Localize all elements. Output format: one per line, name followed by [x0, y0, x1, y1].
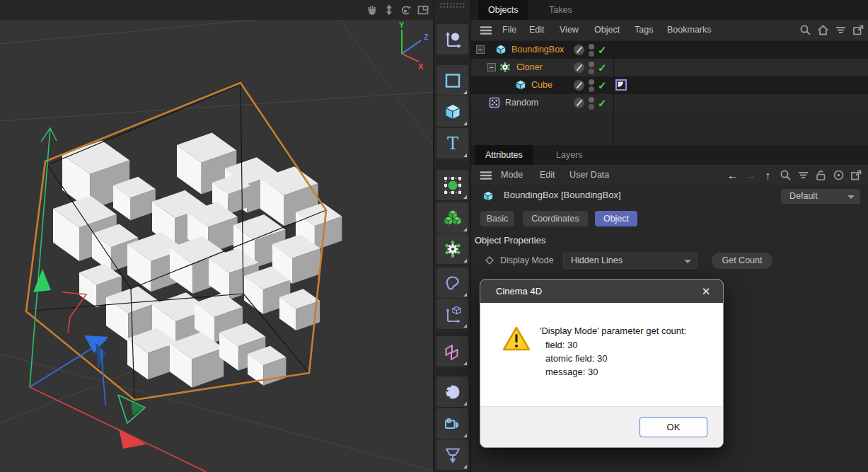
- gizmo-z-label: Z: [424, 33, 429, 41]
- menu-view[interactable]: View: [560, 20, 579, 40]
- filter-icon[interactable]: [797, 168, 810, 182]
- target-icon[interactable]: [832, 168, 845, 182]
- render-visibility-dot[interactable]: [589, 51, 594, 57]
- tab-objects[interactable]: Objects: [478, 0, 528, 20]
- enabled-check-icon[interactable]: ✓: [598, 59, 607, 76]
- menu-file[interactable]: File: [502, 20, 516, 40]
- palette-grip-handle[interactable]: [439, 2, 466, 8]
- row-controls: ✓: [572, 59, 613, 76]
- popout-icon[interactable]: [850, 168, 863, 182]
- tree-row-cube[interactable]: Cube ✓: [471, 76, 868, 94]
- symmetry-generator-button[interactable]: [436, 336, 468, 367]
- subdivision-surface-button[interactable]: [436, 170, 468, 200]
- keyframe-diamond-icon[interactable]: [484, 255, 495, 266]
- edit-toggle-icon[interactable]: [574, 98, 584, 108]
- render-visibility-dot[interactable]: [589, 86, 594, 92]
- object-name[interactable]: BoundingBox: [511, 41, 564, 59]
- array-generator-button[interactable]: [436, 202, 468, 233]
- back-icon[interactable]: ←: [726, 168, 739, 182]
- dialog-footer: OK: [480, 406, 723, 448]
- rectangle-primitive-button[interactable]: [436, 65, 468, 96]
- hamburger-icon[interactable]: [480, 171, 492, 180]
- tree-row-boundingbox[interactable]: − BoundingBox ✓: [471, 41, 868, 59]
- chevron-down-icon: [684, 260, 691, 263]
- up-icon[interactable]: ↑: [761, 168, 775, 182]
- viewport-visibility-dot[interactable]: [589, 44, 594, 50]
- render-visibility-dot[interactable]: [589, 104, 594, 110]
- tab-attributes[interactable]: Attributes: [475, 145, 533, 165]
- menu-object[interactable]: Object: [594, 20, 620, 40]
- search-icon[interactable]: [779, 168, 792, 182]
- axis-circle-icon: [444, 30, 462, 49]
- tab-takes[interactable]: Takes: [539, 0, 582, 20]
- ok-button[interactable]: OK: [640, 417, 707, 437]
- dialog-body: 'Display Mode' parameter get count: fiel…: [480, 303, 723, 406]
- selection-tag-icon[interactable]: [615, 79, 627, 91]
- section-tab-coordinates[interactable]: Coordinates: [523, 211, 588, 226]
- collapse-toggle[interactable]: −: [476, 45, 485, 54]
- field-object-button[interactable]: [436, 376, 468, 407]
- collapse-toggle[interactable]: −: [487, 63, 496, 71]
- hamburger-icon[interactable]: [480, 25, 492, 35]
- menu-user-data[interactable]: User Data: [569, 165, 609, 185]
- enabled-check-icon[interactable]: ✓: [598, 94, 607, 112]
- tag-column-divider: [613, 40, 614, 145]
- display-mode-select[interactable]: Hidden Lines: [563, 253, 698, 269]
- menu-bookmarks[interactable]: Bookmarks: [667, 20, 712, 40]
- render-visibility-dot[interactable]: [589, 69, 594, 74]
- text-primitive-button[interactable]: T: [436, 128, 468, 159]
- menu-mode[interactable]: Mode: [501, 165, 523, 185]
- edit-toggle-icon[interactable]: [574, 62, 584, 73]
- enabled-check-icon[interactable]: ✓: [598, 41, 607, 59]
- viewport-visibility-dot[interactable]: [589, 97, 594, 103]
- deformer-button[interactable]: [436, 267, 468, 298]
- object-name[interactable]: Cube: [531, 76, 552, 94]
- edit-toggle-icon[interactable]: [574, 45, 584, 55]
- menu-edit[interactable]: Edit: [540, 165, 555, 185]
- viewport-visibility-dot[interactable]: [589, 62, 594, 67]
- cube-primitive-button[interactable]: [436, 96, 468, 127]
- axis-gizmo: Y Z X: [399, 21, 429, 71]
- menu-edit[interactable]: Edit: [529, 20, 545, 40]
- edit-toggle-icon[interactable]: [574, 80, 584, 91]
- filter-icon[interactable]: [834, 23, 847, 37]
- tool-palette: T: [433, 0, 471, 472]
- maximize-view-icon[interactable]: [417, 4, 429, 16]
- viewport-3d[interactable]: Y Z X: [0, 20, 433, 472]
- popout-icon[interactable]: [852, 23, 865, 37]
- search-icon[interactable]: [799, 23, 812, 37]
- viewport-visibility-dot[interactable]: [589, 79, 594, 85]
- camera-object-button[interactable]: [436, 408, 468, 439]
- tree-row-random[interactable]: Random ✓: [471, 94, 868, 112]
- preset-value: Default: [781, 191, 818, 201]
- pan-hand-icon[interactable]: [365, 4, 378, 16]
- section-tab-basic[interactable]: Basic: [480, 211, 514, 226]
- random-effector-icon: [489, 97, 500, 108]
- dolly-icon[interactable]: [383, 4, 395, 16]
- orbit-icon[interactable]: [400, 4, 412, 16]
- lock-icon[interactable]: [814, 168, 828, 182]
- cloner-generator-button[interactable]: [436, 234, 468, 264]
- preset-dropdown[interactable]: Default: [781, 189, 860, 204]
- tree-row-cloner[interactable]: − Cloner ✓: [471, 59, 868, 76]
- objects-menu-bar: File Edit View Object Tags Bookmarks: [471, 20, 868, 40]
- tab-layers[interactable]: Layers: [546, 145, 593, 165]
- row-controls: ✓: [572, 41, 613, 59]
- workplane-axis-button[interactable]: [436, 299, 468, 329]
- enabled-check-icon[interactable]: ✓: [598, 76, 607, 94]
- menu-tags[interactable]: Tags: [635, 20, 653, 40]
- forward-icon[interactable]: →: [743, 168, 757, 182]
- section-tab-object[interactable]: Object: [595, 211, 637, 226]
- dialog-title-bar[interactable]: Cinema 4D ✕: [480, 280, 723, 303]
- get-count-button[interactable]: Get Count: [712, 253, 772, 269]
- cube-object-icon: [482, 190, 494, 202]
- rectangle-icon: [444, 71, 462, 90]
- home-icon[interactable]: [816, 23, 830, 37]
- axis-scale-tool-button[interactable]: [436, 24, 468, 54]
- axis-cube-icon: [444, 305, 462, 323]
- drop-to-floor-button[interactable]: [436, 439, 468, 470]
- object-name[interactable]: Cloner: [516, 59, 543, 76]
- close-icon[interactable]: ✕: [698, 280, 714, 303]
- chevron-down-icon: [847, 195, 855, 199]
- object-name[interactable]: Random: [505, 94, 538, 112]
